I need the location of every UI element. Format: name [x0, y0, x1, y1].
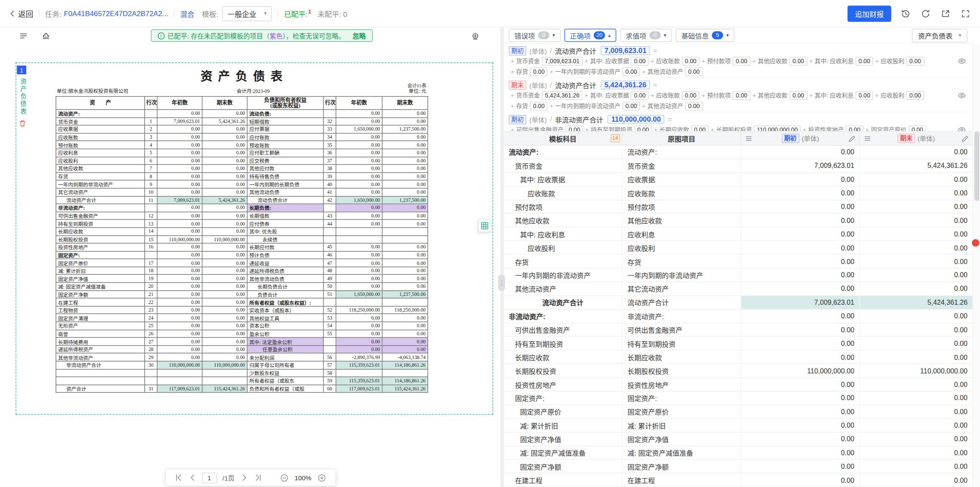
filter-button[interactable]: 正确项 20 ▴ — [564, 29, 616, 42]
item-value[interactable]: 0.00 — [682, 56, 700, 65]
end-value-cell[interactable]: 0.00 — [860, 378, 972, 391]
scrollbar-thumb[interactable] — [974, 131, 980, 201]
mapping-row[interactable]: 其他流动资产 其它流动资产 0.00 0.00 — [504, 282, 972, 296]
back-button[interactable]: 返回 — [9, 8, 33, 19]
table-grid-button[interactable] — [478, 219, 491, 232]
mapping-row[interactable]: 预付款项 预付款项 0.00 0.00 — [504, 200, 972, 214]
end-value-cell[interactable]: 0.00 — [860, 214, 972, 227]
begin-value-cell[interactable]: 0.00 — [741, 323, 860, 336]
item-value[interactable]: 0.00 — [908, 125, 926, 131]
mapping-row[interactable]: 流动资产合计 流动资产合计 7,009,623.01 5,424,361.26 — [504, 296, 972, 309]
item-value[interactable]: 110,000,000.00 — [754, 125, 801, 131]
item-value[interactable]: 0.00 — [530, 67, 548, 76]
item-value[interactable]: 0.00 — [855, 56, 873, 65]
begin-value-cell[interactable]: 0.00 — [741, 378, 860, 391]
end-value-cell[interactable]: 0.00 — [860, 186, 972, 200]
begin-value-cell[interactable]: 0.00 — [741, 446, 860, 459]
end-value-cell[interactable]: 0.00 — [860, 460, 972, 473]
mapping-row[interactable]: 其中: 应收利息 应收利息 0.00 0.00 — [504, 228, 972, 241]
delete-page-icon[interactable] — [19, 119, 26, 127]
ignore-link[interactable]: 忽略 — [353, 31, 366, 40]
mapping-row[interactable]: 固定资产: 固定资产: 0.00 0.00 — [504, 392, 972, 405]
begin-value-cell[interactable]: 0.00 — [741, 214, 860, 227]
item-value[interactable]: 0.00 — [846, 125, 863, 131]
begin-value-cell[interactable]: 0.00 — [741, 309, 860, 323]
mapping-row[interactable]: 其他应收款 其他应收款 0.00 0.00 — [504, 214, 972, 227]
original-column-header[interactable]: 原图项目 — [622, 132, 741, 145]
end-value-cell[interactable]: 0.00 — [860, 145, 972, 159]
item-value[interactable]: 0.00 — [906, 56, 924, 65]
end-value-cell[interactable]: 0.00 — [860, 432, 972, 445]
begin-value-cell[interactable]: 7,009,623.01 — [741, 159, 860, 172]
formula-total[interactable]: 7,009,623.01 — [601, 46, 650, 55]
end-value-cell[interactable]: 0.00 — [860, 473, 972, 487]
begin-value-cell[interactable]: 0.00 — [741, 419, 860, 432]
item-value[interactable]: 0.00 — [733, 91, 750, 100]
mapping-row[interactable]: 减: 累计折旧 减: 累计折旧 0.00 0.00 — [504, 419, 972, 432]
item-value[interactable]: 0.00 — [906, 91, 924, 100]
alert-dot-badge[interactable] — [972, 239, 980, 247]
item-value[interactable]: 0.00 — [685, 67, 703, 76]
formula-total[interactable]: 5,424,361.26 — [601, 81, 650, 89]
end-column-header[interactable]: 期末 (单体) — [860, 132, 972, 145]
mapping-row[interactable]: 存货 存货 0.00 0.00 — [504, 255, 972, 268]
item-value[interactable]: 0.00 — [566, 125, 583, 131]
mapping-row[interactable]: 流动资产: 流动资产: 0.00 0.00 — [504, 145, 972, 159]
begin-value-cell[interactable]: 0.00 — [741, 392, 860, 405]
end-value-cell[interactable]: 0.00 — [860, 282, 972, 295]
zoom-out-icon[interactable] — [280, 473, 289, 482]
begin-value-cell[interactable]: 0.00 — [741, 337, 860, 350]
mapping-row[interactable]: 非流动资产: 非流动资产: 0.00 0.00 — [504, 309, 972, 323]
end-value-cell[interactable]: 0.00 — [860, 173, 972, 186]
begin-value-cell[interactable]: 0.00 — [741, 473, 860, 487]
item-value[interactable]: 0.00 — [631, 56, 649, 65]
mapping-row[interactable]: 减: 固定资产减值准备 减: 固定资产减值准备 0.00 0.00 — [504, 446, 972, 460]
eye-icon[interactable] — [958, 91, 966, 100]
prev-page-icon[interactable] — [188, 473, 196, 482]
mapping-row[interactable]: 其中: 应收票据 应收票据 0.00 0.00 — [504, 173, 972, 186]
append-report-button[interactable]: 追加财报 — [848, 6, 891, 22]
item-value[interactable]: 0.00 — [790, 91, 807, 100]
mapping-row[interactable]: 固定资产原价 固定资产原价 0.00 0.00 — [504, 405, 972, 419]
end-value-cell[interactable]: 0.00 — [860, 351, 972, 364]
history-icon[interactable] — [900, 8, 911, 19]
splitter-handle[interactable]: ⋮ — [498, 275, 505, 291]
end-value-cell[interactable]: 0.00 — [860, 309, 972, 323]
mapping-row[interactable]: 固定资产净值 固定资产净值 0.00 0.00 — [504, 432, 972, 446]
begin-value-cell[interactable]: 0.00 — [741, 432, 860, 445]
template-select[interactable]: 一般企业 ▾ — [222, 6, 272, 21]
begin-value-cell[interactable]: 0.00 — [741, 145, 860, 159]
end-value-cell[interactable]: 110,000,000.00 — [860, 364, 972, 377]
page-input[interactable]: 1 — [202, 472, 217, 483]
begin-value-cell[interactable]: 0.00 — [741, 186, 860, 200]
edit-icon[interactable] — [848, 135, 856, 142]
mapping-row[interactable]: 一年内到期的非流动资产 一年内到期的非流动资产 0.00 0.00 — [504, 268, 972, 282]
begin-value-cell[interactable]: 7,009,623.01 — [741, 296, 860, 309]
item-value[interactable]: 0.00 — [622, 101, 640, 110]
end-value-cell[interactable]: 0.00 — [860, 446, 972, 459]
item-value[interactable]: 5,424,361.26 — [542, 91, 582, 100]
sheet-select[interactable]: 资产负债表 ▾ — [912, 28, 967, 42]
document-page[interactable]: 1 资产负债表 资产负债表 会计01表 单位:丽水金汛股权投资有限公司 会计月:… — [16, 62, 493, 415]
eye-icon[interactable] — [958, 125, 966, 131]
end-value-cell[interactable]: 0.00 — [860, 419, 972, 432]
item-value[interactable]: 0.00 — [691, 125, 709, 131]
item-value[interactable]: 0.00 — [631, 91, 649, 100]
mapping-row[interactable]: 长期应收款 长期应收款 0.00 0.00 — [504, 351, 972, 364]
begin-value-cell[interactable]: 0.00 — [741, 241, 860, 254]
fullscreen-icon[interactable] — [960, 8, 972, 19]
begin-value-cell[interactable]: 110,000,000.00 — [741, 364, 860, 377]
mapping-row[interactable]: 应收账款 应收账款 0.00 0.00 — [504, 186, 972, 200]
end-value-cell[interactable]: 0.00 — [860, 228, 972, 241]
end-value-cell[interactable]: 5,424,361.26 — [860, 159, 972, 172]
vertical-scrollbar[interactable] — [972, 44, 980, 487]
begin-value-cell[interactable]: 0.00 — [741, 282, 860, 295]
formula-total[interactable]: 110,000,000.00 — [608, 115, 665, 124]
mapping-row[interactable]: 投资性房地产 投资性房地产 0.00 0.00 — [504, 378, 972, 391]
template-column-header[interactable]: 模板科目 14 — [504, 132, 622, 145]
item-value[interactable]: 0.00 — [685, 101, 703, 110]
mapping-row[interactable]: 长期股权投资 长期股权投资 110,000,000.00 110,000,000… — [504, 364, 972, 378]
item-value[interactable]: 0.00 — [855, 91, 873, 100]
filter-button[interactable]: 求值项 0 ▾ — [620, 29, 672, 42]
refresh-icon[interactable] — [920, 8, 932, 19]
